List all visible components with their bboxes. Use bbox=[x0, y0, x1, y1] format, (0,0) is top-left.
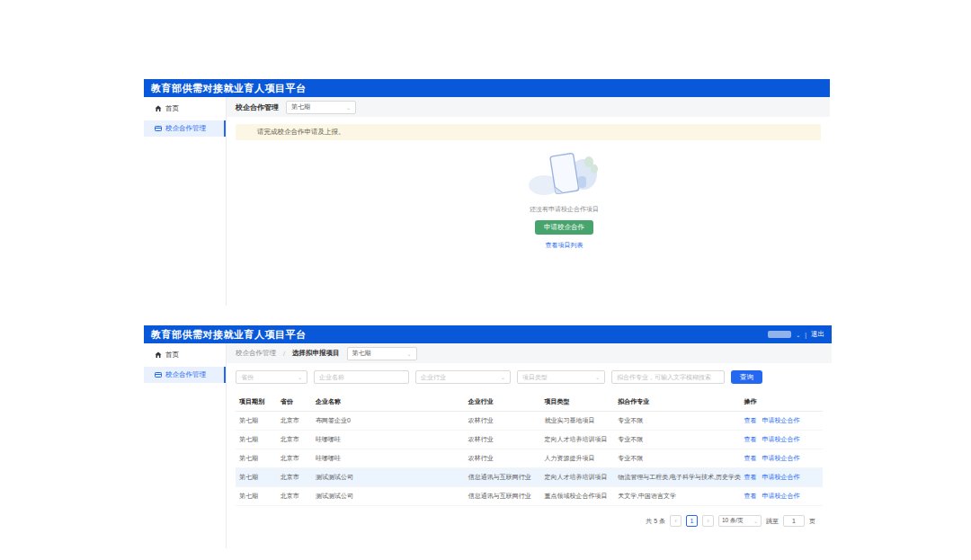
sidebar: 首页 校企合作管理 bbox=[144, 97, 227, 306]
card-icon bbox=[155, 371, 162, 378]
major-search-input[interactable] bbox=[611, 370, 725, 384]
query-button[interactable]: 查询 bbox=[731, 370, 762, 384]
breadcrumb-strip: 校企合作管理 / 选择拟申报项目 第七期 ⌄ bbox=[227, 343, 832, 363]
sidebar-item-label: 首页 bbox=[165, 351, 179, 360]
breadcrumb-parent[interactable]: 校企合作管理 bbox=[236, 349, 276, 358]
app-title: 教育部供需对接就业育人项目平台 bbox=[151, 328, 307, 342]
home-icon bbox=[155, 105, 162, 112]
chevron-down-icon: ⌄ bbox=[501, 374, 505, 380]
col-province: 省份 bbox=[277, 393, 312, 412]
view-link[interactable]: 查看 bbox=[744, 455, 757, 461]
chevron-down-icon[interactable]: ⌄ bbox=[796, 332, 800, 338]
page-canvas: 教育部供需对接就业育人项目平台 首页 校企合作管理 bbox=[0, 0, 971, 560]
jump-unit: 页 bbox=[809, 517, 815, 526]
industry-select[interactable]: 企业行业⌄ bbox=[415, 370, 511, 384]
view-project-list-link[interactable]: 查看项目列表 bbox=[546, 241, 583, 250]
app-header: 教育部供需对接就业育人项目平台 ⌄ | 退出 bbox=[144, 325, 832, 343]
filter-bar: 省份⌄ 企业行业⌄ 项目类型⌄ 查询 bbox=[236, 370, 823, 384]
chevron-down-icon: ⌄ bbox=[753, 518, 758, 524]
header-divider: | bbox=[805, 332, 806, 338]
view-link[interactable]: 查看 bbox=[744, 436, 757, 442]
table-header-row: 项目期别 省份 企业名称 企业行业 项目类型 拟合作专业 操作 bbox=[236, 393, 823, 412]
page-size-select[interactable]: 10 条/页 ⌄ bbox=[718, 515, 762, 527]
col-period: 项目期别 bbox=[236, 393, 277, 412]
chevron-down-icon: ⌄ bbox=[407, 351, 412, 357]
apply-cooperation-link[interactable]: 申请校企合作 bbox=[762, 474, 800, 480]
col-actions: 操作 bbox=[741, 393, 823, 412]
sidebar-item-label: 首页 bbox=[165, 104, 179, 113]
view-link[interactable]: 查看 bbox=[744, 417, 757, 423]
breadcrumb-current: 选择拟申报项目 bbox=[292, 349, 340, 358]
sidebar-item-home[interactable]: 首页 bbox=[144, 347, 226, 363]
chevron-down-icon: ⌄ bbox=[298, 374, 302, 380]
empty-state-text: 还没有申请校企合作项目 bbox=[530, 205, 599, 214]
sidebar-item-cooperation[interactable]: 校企合作管理 bbox=[144, 120, 226, 137]
chevron-down-icon: ⌄ bbox=[595, 374, 600, 380]
sidebar-item-label: 校企合作管理 bbox=[165, 370, 206, 379]
empty-state: 还没有申请校企合作项目 申请校企合作 查看项目列表 bbox=[263, 149, 830, 250]
view-link[interactable]: 查看 bbox=[744, 474, 757, 480]
next-page-button[interactable]: › bbox=[702, 515, 714, 527]
screenshot-empty-state: 教育部供需对接就业育人项目平台 首页 校企合作管理 bbox=[144, 79, 830, 306]
col-company: 企业名称 bbox=[312, 393, 465, 412]
tab-cooperation-management[interactable]: 校企合作管理 bbox=[236, 102, 279, 112]
table-row: 第七期 北京市 哇哪哪哇 农林行业 定向人才培养培训项目 专业不限 查看申请校企… bbox=[236, 431, 823, 449]
home-icon bbox=[155, 351, 162, 359]
user-name-redacted bbox=[768, 331, 791, 338]
sidebar-item-cooperation[interactable]: 校企合作管理 bbox=[144, 367, 226, 383]
col-major: 拟合作专业 bbox=[614, 393, 740, 412]
period-select[interactable]: 第七期 ⌄ bbox=[347, 347, 417, 360]
empty-illustration-icon bbox=[526, 149, 603, 201]
apply-cooperation-link[interactable]: 申请校企合作 bbox=[762, 493, 800, 499]
table-row-highlighted: 第七期 北京市 测试测试公司 信息通讯与互联网行业 定向人才培养培训项目 物流管… bbox=[236, 468, 823, 487]
sidebar-item-home[interactable]: 首页 bbox=[144, 101, 226, 117]
breadcrumb-separator: / bbox=[283, 350, 285, 358]
view-link[interactable]: 查看 bbox=[744, 493, 757, 499]
table-row: 第七期 北京市 哇哪哪哇 农林行业 人力资源提升项目 专业不限 查看申请校企合作 bbox=[236, 449, 823, 468]
app-title: 教育部供需对接就业育人项目平台 bbox=[151, 82, 307, 95]
user-menu: ⌄ | 退出 bbox=[768, 330, 824, 339]
prev-page-button[interactable]: ‹ bbox=[670, 515, 681, 527]
col-industry: 企业行业 bbox=[465, 393, 541, 412]
app-header: 教育部供需对接就业育人项目平台 bbox=[144, 79, 830, 97]
main-content: 省份⌄ 企业行业⌄ 项目类型⌄ 查询 bbox=[227, 363, 832, 548]
jump-page-input[interactable] bbox=[783, 515, 805, 527]
company-name-input[interactable] bbox=[314, 370, 409, 384]
card-icon bbox=[155, 125, 162, 132]
chevron-down-icon: ⌄ bbox=[346, 104, 351, 111]
province-select[interactable]: 省份⌄ bbox=[236, 370, 307, 384]
screenshot-project-table: 教育部供需对接就业育人项目平台 ⌄ | 退出 首页 bbox=[144, 325, 832, 548]
sidebar: 首页 校企合作管理 bbox=[144, 343, 227, 548]
tab-strip: 校企合作管理 第七期 ⌄ bbox=[227, 97, 830, 117]
notice-banner: 请完成校企合作申请及上报。 bbox=[236, 124, 821, 140]
logout-button[interactable]: 退出 bbox=[811, 330, 824, 339]
apply-cooperation-link[interactable]: 申请校企合作 bbox=[762, 417, 800, 423]
project-table: 项目期别 省份 企业名称 企业行业 项目类型 拟合作专业 操作 bbox=[236, 393, 823, 506]
page-number-current[interactable]: 1 bbox=[686, 515, 698, 527]
project-type-select[interactable]: 项目类型⌄ bbox=[517, 370, 605, 384]
table-row: 第七期 北京市 测试测试公司 信息通讯与互联网行业 重点领域校企合作项目 天文学… bbox=[236, 487, 823, 506]
apply-cooperation-link[interactable]: 申请校企合作 bbox=[762, 455, 800, 461]
jump-label: 跳至 bbox=[766, 517, 779, 526]
table-row: 第七期 北京市 布网签企业0 农林行业 就业实习基地项目 专业不限 查看申请校企… bbox=[236, 412, 823, 431]
sidebar-item-label: 校企合作管理 bbox=[165, 124, 206, 133]
apply-cooperation-button[interactable]: 申请校企合作 bbox=[535, 220, 593, 235]
pagination: 共 5 条 ‹ 1 › 10 条/页 ⌄ 跳至 页 bbox=[227, 515, 815, 527]
col-type: 项目类型 bbox=[541, 393, 615, 412]
main-content: 请完成校企合作申请及上报。 bbox=[227, 117, 830, 306]
period-select[interactable]: 第七期 ⌄ bbox=[286, 101, 356, 114]
apply-cooperation-link[interactable]: 申请校企合作 bbox=[762, 436, 800, 442]
pagination-total: 共 5 条 bbox=[646, 517, 665, 526]
